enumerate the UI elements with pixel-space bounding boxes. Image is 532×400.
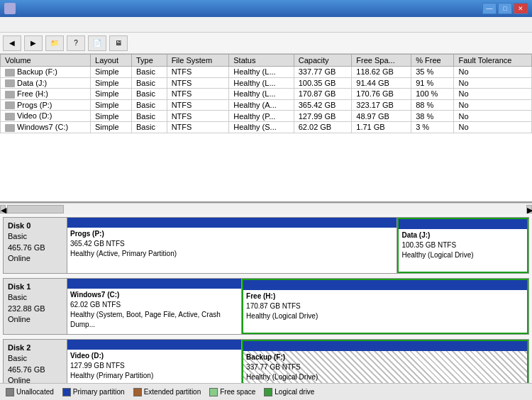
table-row[interactable]: Windows7 (C:) Simple Basic NTFS Healthy … [1, 121, 532, 133]
cell-volume: Backup (F:) [1, 67, 91, 78]
cell-status: Healthy (L... [229, 67, 294, 78]
disk-partitions-1: Windows7 (C:)62.02 GB NTFSHealthy (Syste… [67, 279, 528, 334]
col-status[interactable]: Status [229, 55, 294, 67]
cell-type: Basic [132, 89, 167, 100]
table-row[interactable]: Backup (F:) Simple Basic NTFS Healthy (L… [1, 67, 532, 78]
horizontal-scrollbar[interactable]: ◀ ▶ [0, 203, 532, 214]
maximize-button[interactable]: □ [498, 3, 512, 14]
partition-0-1[interactable]: Data (J:)100.35 GB NTFSHealthy (Logical … [397, 218, 528, 273]
menu-file[interactable] [3, 23, 14, 26]
disk-label-2: Disk 2Basic465.76 GBOnline [4, 340, 67, 383]
disk-row-1: Disk 1Basic232.88 GBOnlineWindows7 (C:)6… [3, 278, 529, 335]
cell-pct: 38 % [411, 111, 454, 122]
disk-partitions-2: Video (D:)127.99 GB NTFSHealthy (Primary… [67, 340, 528, 383]
cell-fault: No [454, 99, 532, 111]
properties-button[interactable]: 📄 [88, 35, 106, 51]
menu-view[interactable] [26, 23, 37, 26]
cell-volume: Video (D:) [1, 111, 91, 122]
scroll-thumb[interactable] [7, 205, 64, 213]
help-button[interactable]: ? [67, 35, 85, 51]
cell-layout: Simple [91, 121, 132, 133]
col-fault[interactable]: Fault Tolerance [454, 55, 532, 67]
up-button[interactable]: 📁 [45, 35, 64, 51]
partition-1-0[interactable]: Windows7 (C:)62.02 GB NTFSHealthy (Syste… [67, 279, 242, 334]
partition-body-0-1: Data (J:)100.35 GB NTFSHealthy (Logical … [399, 229, 527, 272]
legend-color-box [264, 388, 272, 396]
back-button[interactable]: ◀ [3, 35, 21, 51]
table-row[interactable]: Progs (P:) Simple Basic NTFS Healthy (A.… [1, 99, 532, 111]
legend-label: Unallocated [16, 388, 54, 396]
cell-free: 91.44 GB [352, 77, 411, 89]
partition-body-0-0: Progs (P:)365.42 GB NTFSHealthy (Active,… [67, 228, 397, 273]
cell-capacity: 62.02 GB [294, 121, 352, 133]
cell-layout: Simple [91, 67, 132, 78]
cell-type: Basic [132, 121, 167, 133]
disk-partitions-0: Progs (P:)365.42 GB NTFSHealthy (Active,… [67, 218, 528, 273]
scroll-left-btn[interactable]: ◀ [0, 205, 6, 213]
close-button[interactable]: ✕ [514, 3, 528, 14]
col-layout[interactable]: Layout [91, 55, 132, 67]
partition-body-1-0: Windows7 (C:)62.02 GB NTFSHealthy (Syste… [67, 289, 241, 334]
menu-action[interactable] [14, 23, 26, 26]
legend-label: Logical drive [275, 388, 314, 396]
table-row[interactable]: Free (H:) Simple Basic NTFS Healthy (L..… [1, 89, 532, 100]
cell-fault: No [454, 121, 532, 133]
col-volume[interactable]: Volume [1, 55, 91, 67]
cell-type: Basic [132, 99, 167, 111]
cell-layout: Simple [91, 77, 132, 89]
cell-volume: Progs (P:) [1, 99, 91, 111]
legend-label: Extended partition [144, 388, 201, 396]
refresh-button[interactable]: 🖥 [109, 35, 128, 51]
table-row[interactable]: Video (D:) Simple Basic NTFS Healthy (P.… [1, 111, 532, 122]
partition-1-1[interactable]: Free (H:)170.87 GB NTFSHealthy (Logical … [242, 279, 528, 334]
menu-help[interactable] [37, 23, 48, 26]
forward-button[interactable]: ▶ [24, 35, 43, 51]
col-free[interactable]: Free Spa... [352, 55, 411, 67]
cell-fs: NTFS [167, 67, 229, 78]
disk-row-2: Disk 2Basic465.76 GBOnlineVideo (D:)127.… [3, 339, 529, 383]
cell-free: 323.17 GB [352, 99, 411, 111]
cell-fs: NTFS [167, 89, 229, 100]
cell-fs: NTFS [167, 121, 229, 133]
cell-volume: Free (H:) [1, 89, 91, 100]
minimize-button[interactable]: — [482, 3, 497, 14]
cell-free: 48.97 GB [352, 111, 411, 122]
cell-fault: No [454, 67, 532, 78]
legend-color-box [133, 388, 142, 396]
cell-type: Basic [132, 111, 167, 122]
partition-body-2-1: Backup (F:)337.77 GB NTFSHealthy (Logica… [243, 351, 527, 383]
window-controls[interactable]: — □ ✕ [482, 3, 528, 14]
cell-capacity: 170.87 GB [294, 89, 352, 100]
cell-capacity: 365.42 GB [294, 99, 352, 111]
scroll-right-btn[interactable]: ▶ [526, 205, 532, 213]
main-content: Volume Layout Type File System Status Ca… [0, 54, 532, 400]
cell-pct: 100 % [411, 89, 454, 100]
partition-2-1[interactable]: Backup (F:)337.77 GB NTFSHealthy (Logica… [242, 340, 528, 383]
cell-pct: 91 % [411, 77, 454, 89]
table-row[interactable]: Data (J:) Simple Basic NTFS Healthy (L..… [1, 77, 532, 89]
volume-table: Volume Layout Type File System Status Ca… [0, 54, 532, 133]
cell-type: Basic [132, 77, 167, 89]
cell-capacity: 337.77 GB [294, 67, 352, 78]
legend-color-box [62, 388, 71, 396]
col-pct[interactable]: % Free [411, 55, 454, 67]
cell-volume: Data (J:) [1, 77, 91, 89]
cell-fs: NTFS [167, 77, 229, 89]
cell-free: 1.71 GB [352, 121, 411, 133]
partition-2-0[interactable]: Video (D:)127.99 GB NTFSHealthy (Primary… [67, 340, 242, 383]
cell-status: Healthy (A... [229, 99, 294, 111]
disk-area: Disk 0Basic465.76 GBOnlineProgs (P:)365.… [0, 214, 532, 383]
cell-fs: NTFS [167, 99, 229, 111]
cell-fault: No [454, 77, 532, 89]
cell-volume: Windows7 (C:) [1, 121, 91, 133]
legend-color-box [209, 388, 218, 396]
volume-table-area[interactable]: Volume Layout Type File System Status Ca… [0, 54, 532, 203]
partition-0-0[interactable]: Progs (P:)365.42 GB NTFSHealthy (Active,… [67, 218, 397, 273]
partition-body-2-0: Video (D:)127.99 GB NTFSHealthy (Primary… [67, 350, 241, 383]
col-capacity[interactable]: Capacity [294, 55, 352, 67]
cell-pct: 3 % [411, 121, 454, 133]
col-filesystem[interactable]: File System [167, 55, 229, 67]
disk-label-1: Disk 1Basic232.88 GBOnline [4, 279, 67, 334]
app-icon [4, 3, 16, 14]
col-type[interactable]: Type [132, 55, 167, 67]
